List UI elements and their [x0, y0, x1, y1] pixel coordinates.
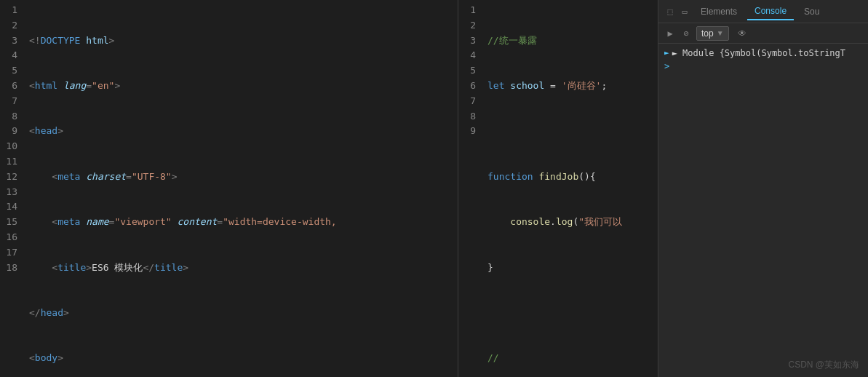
- console-module-line: ► ► Module {Symbol(Symbol.toStringT: [664, 47, 862, 60]
- watermark: CSDN @芙如东海: [788, 359, 859, 371]
- top-label: top: [701, 28, 714, 39]
- devtools-console-content: ► ► Module {Symbol(Symbol.toStringT >: [658, 44, 868, 377]
- prohibit-icon[interactable]: ⊘: [680, 28, 692, 39]
- eye-icon[interactable]: 👁: [736, 28, 748, 39]
- left-line-numbers: 1 2 3 4 5 6 7 8 9 10 11 12 13 14 15 16 1…: [0, 0, 23, 377]
- tab-elements[interactable]: Elements: [693, 4, 744, 20]
- left-code-content: <!DOCTYPE html> <html lang="en"> <head> …: [23, 0, 343, 377]
- run-icon[interactable]: ▶: [664, 28, 676, 39]
- devtools-toolbar: ▶ ⊘ top ▼ 👁: [658, 23, 868, 44]
- tab-sources[interactable]: Sou: [797, 4, 827, 20]
- middle-code-panel: 1 2 3 4 5 6 7 8 9 //统一暴露 let school = '尚…: [458, 0, 658, 377]
- middle-code-content: //统一暴露 let school = '尚硅谷'; function find…: [482, 0, 630, 377]
- selector-arrow: ▼: [717, 29, 724, 37]
- middle-line-numbers: 1 2 3 4 5 6 7 8 9: [458, 0, 482, 377]
- console-caret: >: [664, 60, 862, 73]
- tab-console[interactable]: Console: [747, 3, 794, 20]
- left-code-panel: 1 2 3 4 5 6 7 8 9 10 11 12 13 14 15 16 1…: [0, 0, 458, 377]
- device-icon[interactable]: ▭: [679, 6, 690, 17]
- context-selector[interactable]: top ▼: [696, 26, 729, 41]
- inspect-icon[interactable]: ⬚: [664, 6, 676, 17]
- devtools-tabs-header: ⬚ ▭ Elements Console Sou: [658, 0, 868, 23]
- devtools-panel: ⬚ ▭ Elements Console Sou ▶ ⊘ top ▼ 👁 ► ►…: [658, 0, 868, 377]
- expand-arrow[interactable]: ►: [664, 48, 669, 57]
- module-output: ► Module {Symbol(Symbol.toStringT: [672, 48, 845, 58]
